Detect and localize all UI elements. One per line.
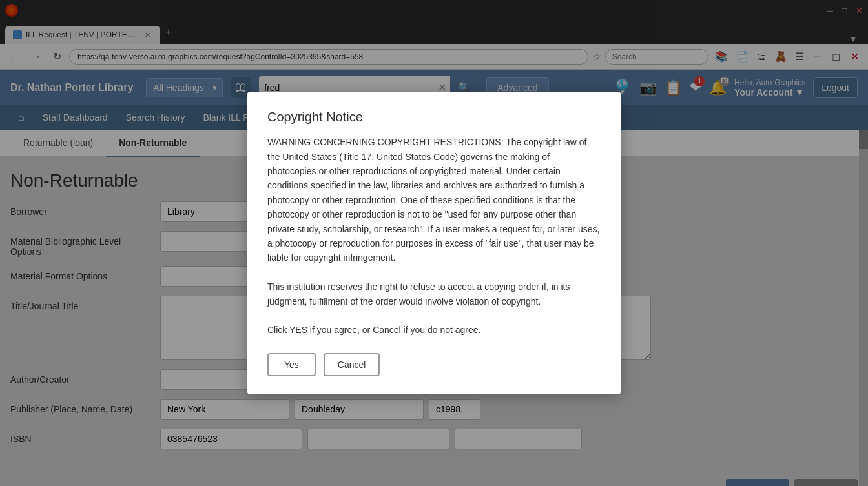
modal-actions: Yes Cancel [267, 353, 601, 376]
modal-title: Copyright Notice [267, 110, 601, 125]
copyright-modal: Copyright Notice WARNING CONCERNING COPY… [247, 92, 621, 394]
modal-paragraph-2: This institution reserves the right to r… [267, 279, 601, 309]
modal-paragraph-1: WARNING CONCERNING COPYRIGHT RESTRICTION… [267, 135, 601, 265]
modal-paragraph-3: Click YES if you agree, or Cancel if you… [267, 323, 601, 337]
modal-overlay: Copyright Notice WARNING CONCERNING COPY… [0, 0, 868, 486]
modal-body: WARNING CONCERNING COPYRIGHT RESTRICTION… [267, 135, 601, 337]
modal-yes-button[interactable]: Yes [267, 353, 316, 376]
modal-cancel-button[interactable]: Cancel [324, 353, 380, 376]
